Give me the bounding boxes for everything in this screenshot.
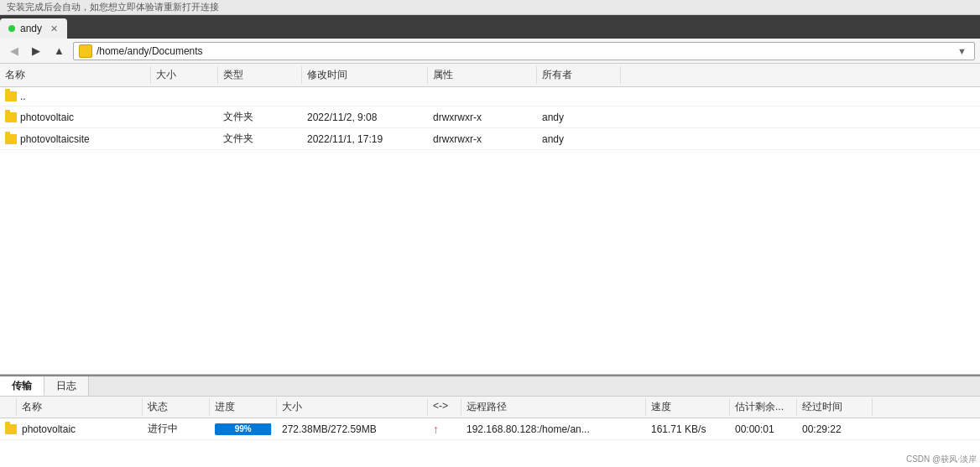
up-button[interactable]: ▲: [49, 42, 70, 60]
toolbar: ◀ ▶ ▲ /home/andy/Documents ▼: [0, 39, 980, 64]
back-button[interactable]: ◀: [5, 42, 23, 60]
progress-bar-container: 99%: [215, 423, 272, 435]
col-header-permissions[interactable]: 属性: [428, 66, 537, 84]
tab-status-dot: [8, 25, 15, 32]
transfer-folder-icon: [5, 424, 17, 434]
t-cell-speed: 161.71 KB/s: [646, 418, 730, 439]
tab-bar: andy ✕: [0, 15, 980, 39]
transfer-row-photovoltaic[interactable]: photovoltaic 进行中 99% 272.38MB/272.59MB ↑…: [0, 418, 980, 440]
col-header-type[interactable]: 类型: [218, 66, 302, 84]
t-col-icon: [0, 398, 17, 416]
t-col-remote[interactable]: 远程路径: [461, 398, 646, 416]
file-cell-extra-photovoltaic: [621, 106, 980, 127]
file-row-photovoltaic[interactable]: photovoltaic 文件夹 2022/11/2, 9:08 drwxrwx…: [0, 106, 980, 128]
file-cell-modified-parent: [302, 87, 428, 106]
file-list-headers: 名称 大小 类型 修改时间 属性 所有者: [0, 64, 980, 87]
file-cell-name-parent: ..: [0, 87, 151, 106]
file-cell-perms-photovoltaicsite: drwxrwxr-x: [428, 128, 537, 149]
col-header-modified[interactable]: 修改时间: [302, 66, 428, 84]
t-col-remaining[interactable]: 估计剩余...: [730, 398, 797, 416]
transfer-tabs: 传输 日志: [0, 376, 980, 397]
col-header-extra: [621, 66, 980, 84]
file-cell-owner-parent: [537, 87, 621, 106]
forward-button[interactable]: ▶: [27, 42, 45, 60]
t-cell-arrow: ↑: [428, 418, 461, 439]
file-cell-modified-photovoltaicsite: 2022/11/1, 17:19: [302, 128, 428, 149]
file-cell-perms-photovoltaic: drwxrwxr-x: [428, 106, 537, 127]
tab-label: andy: [20, 23, 42, 34]
t-col-size[interactable]: 大小: [277, 398, 428, 416]
file-cell-type-parent: [218, 87, 302, 106]
t-cell-name: photovoltaic: [17, 418, 143, 439]
upload-arrow-icon: ↑: [433, 423, 439, 436]
t-cell-status: 进行中: [143, 418, 210, 439]
file-cell-size-photovoltaic: [151, 106, 218, 127]
col-header-size[interactable]: 大小: [151, 66, 218, 84]
photovoltaicsite-folder-icon: [5, 134, 17, 144]
t-col-name[interactable]: 名称: [17, 398, 143, 416]
bottom-panel: 传输 日志 名称 状态 进度 大小 <-> 远程路径 速度 估计剩余... 经过…: [0, 375, 980, 467]
file-cell-extra-photovoltaicsite: [621, 128, 980, 149]
file-cell-name-photovoltaicsite: photovoltaicsite: [0, 128, 151, 149]
tab-log[interactable]: 日志: [44, 376, 89, 396]
progress-label: 99%: [235, 424, 252, 433]
col-header-owner[interactable]: 所有者: [537, 66, 621, 84]
file-cell-size-photovoltaicsite: [151, 128, 218, 149]
t-cell-size: 272.38MB/272.59MB: [277, 418, 428, 439]
up-icon: ▲: [54, 44, 65, 57]
col-header-name[interactable]: 名称: [0, 66, 151, 84]
tab-transfer[interactable]: 传输: [0, 376, 44, 396]
t-cell-progress: 99%: [210, 418, 277, 439]
main-content: 名称 大小 类型 修改时间 属性 所有者 .. photovolta: [0, 64, 980, 467]
file-cell-extra-parent: [621, 87, 980, 106]
progress-bar-fill: 99%: [215, 423, 271, 435]
back-icon: ◀: [10, 44, 18, 57]
transfer-col-headers: 名称 状态 进度 大小 <-> 远程路径 速度 估计剩余... 经过时间: [0, 397, 980, 418]
t-cell-elapsed: 00:29:22: [797, 418, 873, 439]
file-cell-name-photovoltaic: photovoltaic: [0, 106, 151, 127]
file-list: 名称 大小 类型 修改时间 属性 所有者 .. photovolta: [0, 64, 980, 375]
file-cell-size-parent: [151, 87, 218, 106]
t-col-progress[interactable]: 进度: [210, 398, 277, 416]
t-col-elapsed[interactable]: 经过时间: [797, 398, 873, 416]
file-row-photovoltaicsite[interactable]: photovoltaicsite 文件夹 2022/11/1, 17:19 dr…: [0, 128, 980, 150]
path-bar[interactable]: /home/andy/Documents ▼: [73, 42, 975, 60]
t-col-status[interactable]: 状态: [143, 398, 210, 416]
parent-folder-icon: [5, 91, 17, 101]
file-cell-owner-photovoltaic: andy: [537, 106, 621, 127]
t-col-arrow: <->: [428, 398, 461, 416]
t-cell-remaining: 00:00:01: [730, 418, 797, 439]
file-cell-type-photovoltaicsite: 文件夹: [218, 128, 302, 149]
file-row-parent[interactable]: ..: [0, 87, 980, 106]
file-cell-modified-photovoltaic: 2022/11/2, 9:08: [302, 106, 428, 127]
t-col-speed[interactable]: 速度: [646, 398, 730, 416]
file-cell-type-photovoltaic: 文件夹: [218, 106, 302, 127]
file-cell-perms-parent: [428, 87, 537, 106]
tab-close-button[interactable]: ✕: [50, 23, 58, 34]
watermark: CSDN @获风·淡岸: [906, 454, 977, 465]
file-cell-owner-photovoltaicsite: andy: [537, 128, 621, 149]
top-notice-text: 安装完成后会自动，如您想立即体验请重新打开连接: [7, 1, 219, 13]
t-cell-remote: 192.168.80.128:/home/an...: [461, 418, 646, 439]
path-text: /home/andy/Documents: [96, 45, 955, 57]
forward-icon: ▶: [32, 44, 40, 57]
top-notice: 安装完成后会自动，如您想立即体验请重新打开连接: [0, 0, 980, 15]
path-folder-icon: [79, 44, 92, 58]
t-cell-icon: [0, 418, 17, 439]
path-dropdown-icon[interactable]: ▼: [955, 46, 969, 56]
tab-andy[interactable]: andy ✕: [0, 18, 67, 39]
photovoltaic-folder-icon: [5, 112, 17, 122]
